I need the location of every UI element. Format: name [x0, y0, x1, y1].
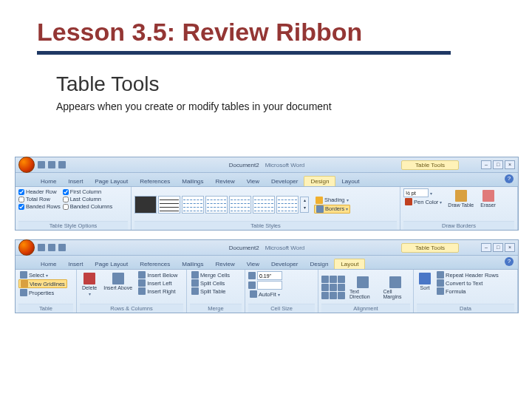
tab-developer[interactable]: Developer — [265, 177, 304, 186]
help-icon[interactable]: ? — [505, 174, 514, 183]
app-name: Microsoft Word — [265, 162, 305, 168]
insert-above-button[interactable]: Insert Above — [101, 271, 134, 292]
minimize-icon[interactable]: – — [481, 160, 491, 169]
tab-strip: Home Insert Page Layout References Maili… — [16, 173, 518, 187]
chk-header-row[interactable]: Header Row — [18, 188, 61, 195]
alignment-grid[interactable] — [321, 276, 345, 299]
draw-table-icon — [455, 190, 467, 202]
chk-first-column[interactable]: First Column — [63, 188, 113, 195]
help-icon[interactable]: ? — [505, 257, 514, 266]
select-button[interactable]: Select▾ — [18, 271, 67, 279]
tab-insert[interactable]: Insert — [62, 259, 89, 269]
tab-strip: Home Insert Page Layout References Maili… — [16, 256, 518, 270]
split-cells-icon — [191, 279, 199, 287]
tab-home[interactable]: Home — [35, 177, 62, 186]
title-underline — [37, 51, 451, 55]
merge-cells-button[interactable]: Merge Cells — [190, 271, 231, 279]
sort-icon — [419, 273, 431, 284]
tab-page-layout[interactable]: Page Layout — [89, 259, 134, 269]
tab-insert[interactable]: Insert — [62, 177, 89, 186]
tab-home[interactable]: Home — [35, 259, 62, 269]
document-name: Document2 — [229, 162, 259, 168]
sort-button[interactable]: Sort — [417, 271, 433, 292]
table-style-gallery[interactable]: ▴▾ — [134, 196, 309, 214]
tab-review[interactable]: Review — [210, 177, 241, 186]
shading-button[interactable]: Shading▾ — [314, 197, 350, 204]
row-height-input[interactable] — [248, 271, 282, 280]
title-bar: Document2 Microsoft Word Table Tools – □… — [16, 157, 518, 173]
eraser-button[interactable]: Eraser — [478, 188, 498, 209]
undo-icon[interactable] — [48, 244, 55, 251]
document-name: Document2 — [229, 245, 259, 251]
split-cells-button[interactable]: Split Cells — [190, 279, 231, 287]
tab-review[interactable]: Review — [210, 259, 241, 269]
save-icon[interactable] — [38, 244, 45, 251]
tab-layout[interactable]: Layout — [334, 259, 365, 269]
undo-icon[interactable] — [48, 161, 55, 168]
borders-icon — [316, 205, 324, 213]
formula-button[interactable]: Formula — [435, 287, 500, 295]
word-window-design: Document2 Microsoft Word Table Tools – □… — [15, 157, 519, 231]
chk-banded-rows[interactable]: Banded Rows — [18, 203, 61, 210]
convert-text-button[interactable]: Convert to Text — [435, 279, 500, 287]
tab-view[interactable]: View — [241, 259, 265, 269]
bucket-icon — [316, 197, 323, 204]
grid-icon — [21, 280, 28, 287]
cursor-icon — [20, 271, 27, 279]
split-table-button[interactable]: Split Table — [190, 287, 231, 295]
tab-references[interactable]: References — [134, 259, 176, 269]
properties-button[interactable]: Properties — [18, 289, 67, 296]
tab-layout[interactable]: Layout — [335, 177, 365, 186]
insert-right-button[interactable]: Insert Right — [137, 287, 179, 295]
cell-margins-icon — [389, 276, 401, 288]
tab-references[interactable]: References — [134, 177, 176, 186]
autofit-button[interactable]: AutoFit▾ — [248, 290, 282, 298]
delete-icon — [83, 273, 95, 284]
pen-color-button[interactable]: Pen Color▾ — [403, 198, 443, 205]
view-gridlines-button[interactable]: View Gridlines — [18, 279, 67, 288]
col-width-input[interactable] — [248, 281, 282, 290]
insert-right-icon — [138, 287, 146, 295]
redo-icon[interactable] — [58, 161, 66, 168]
group-label-style-options: Table Style Options — [18, 221, 128, 230]
close-icon[interactable]: × — [505, 243, 515, 252]
context-tab-title: Table Tools — [401, 243, 459, 253]
maximize-icon[interactable]: □ — [493, 160, 503, 169]
cell-margins-button[interactable]: Cell Margins — [381, 275, 411, 301]
autofit-icon — [250, 290, 257, 298]
redo-icon[interactable] — [58, 244, 66, 251]
repeat-header-button[interactable]: Repeat Header Rows — [435, 271, 500, 279]
minimize-icon[interactable]: – — [481, 243, 491, 252]
group-label-cell-size: Cell Size — [248, 304, 315, 313]
group-label-rows-columns: Rows & Columns — [80, 304, 183, 313]
tab-mailings[interactable]: Mailings — [176, 259, 209, 269]
chk-banded-columns[interactable]: Banded Columns — [63, 203, 113, 210]
maximize-icon[interactable]: □ — [493, 243, 503, 252]
text-direction-button[interactable]: Text Direction — [347, 275, 379, 301]
formula-icon — [437, 287, 444, 295]
context-tab-title: Table Tools — [401, 160, 459, 170]
convert-icon — [437, 279, 444, 287]
save-icon[interactable] — [38, 161, 45, 168]
borders-button[interactable]: Borders▾ — [314, 205, 350, 214]
slide-subtitle: Table Tools — [56, 72, 495, 96]
draw-table-button[interactable]: Draw Table — [446, 188, 476, 209]
tab-developer[interactable]: Developer — [265, 259, 304, 269]
tab-design[interactable]: Design — [304, 259, 334, 269]
chk-last-column[interactable]: Last Column — [63, 196, 113, 202]
insert-above-icon — [112, 273, 124, 284]
office-button-icon[interactable] — [18, 239, 35, 256]
pen-weight-select[interactable]: ▾ — [403, 188, 443, 197]
slide-description: Appears when you create or modify tables… — [56, 100, 495, 112]
insert-below-button[interactable]: Insert Below — [137, 271, 179, 279]
text-direction-icon — [357, 276, 369, 288]
delete-button[interactable]: Delete▾ — [80, 271, 99, 298]
tab-mailings[interactable]: Mailings — [176, 177, 209, 186]
tab-view[interactable]: View — [241, 177, 265, 186]
office-button-icon[interactable] — [18, 157, 35, 173]
close-icon[interactable]: × — [505, 160, 515, 169]
chk-total-row[interactable]: Total Row — [18, 196, 61, 202]
tab-design[interactable]: Design — [304, 176, 335, 186]
tab-page-layout[interactable]: Page Layout — [89, 177, 134, 186]
insert-left-button[interactable]: Insert Left — [137, 279, 179, 287]
